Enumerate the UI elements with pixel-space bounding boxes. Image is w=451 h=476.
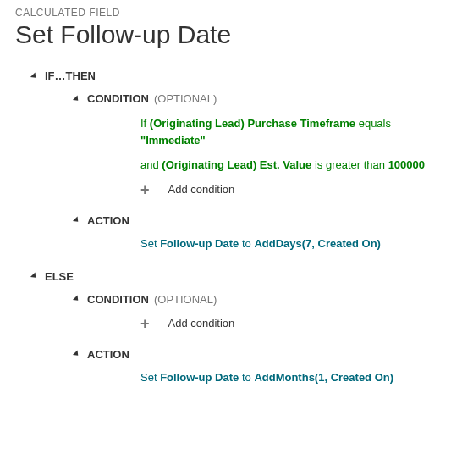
action-title: ACTION [87,348,129,361]
else-action-header[interactable]: ACTION [74,348,436,361]
ifthen-title: IF…THEN [45,69,96,82]
add-condition-button[interactable]: + Add condition [140,316,436,331]
action-mid: to [239,237,254,250]
action-mid: to [239,371,254,384]
else-title: ELSE [45,270,74,283]
add-condition-button[interactable]: + Add condition [140,182,436,197]
plus-icon: + [140,182,150,197]
ifthen-header[interactable]: IF…THEN [32,69,436,82]
action-expr: AddMonths(1, Created On) [254,371,393,384]
caret-down-icon [30,272,38,280]
plus-icon: + [140,316,150,331]
add-condition-label: Add condition [168,183,235,196]
condition-row-2[interactable]: and (Originating Lead) Est. Value is gre… [140,157,436,174]
cond-operator: is greater than [311,158,388,171]
action-row[interactable]: Set Follow-up Date to AddDays(7, Created… [140,237,436,250]
action-field: Follow-up Date [160,371,239,384]
cond-operator: equals [355,117,391,130]
condition-title: CONDITION [87,92,149,105]
caret-down-icon [73,350,80,357]
cond-field: (Originating Lead) Est. Value [162,158,311,171]
cond-field: (Originating Lead) Purchase Timeframe [150,117,355,130]
action-title: ACTION [87,214,129,227]
cond-prefix: and [140,158,162,171]
caret-down-icon [73,216,80,224]
else-header[interactable]: ELSE [32,270,436,283]
caret-down-icon [73,95,80,102]
action-prefix: Set [140,371,160,384]
cond-prefix: If [140,117,150,130]
condition-row-1[interactable]: If (Originating Lead) Purchase Timeframe… [140,115,436,148]
action-field: Follow-up Date [160,237,239,250]
header-label: CALCULATED FIELD [15,7,436,19]
action-row[interactable]: Set Follow-up Date to AddMonths(1, Creat… [140,371,436,384]
condition-title: CONDITION [87,293,149,306]
cond-value: 100000 [388,158,425,171]
ifthen-action-header[interactable]: ACTION [74,214,436,227]
action-prefix: Set [140,237,160,250]
cond-value: "Immediate" [140,134,206,147]
add-condition-label: Add condition [168,317,235,329]
page-title: Set Follow-up Date [15,20,436,49]
ifthen-condition-header[interactable]: CONDITION (OPTIONAL) [74,92,436,105]
else-condition-header[interactable]: CONDITION (OPTIONAL) [74,293,436,306]
caret-down-icon [30,72,38,80]
optional-label: (OPTIONAL) [154,293,217,306]
caret-down-icon [73,295,80,302]
action-expr: AddDays(7, Created On) [254,237,381,250]
optional-label: (OPTIONAL) [154,92,217,105]
